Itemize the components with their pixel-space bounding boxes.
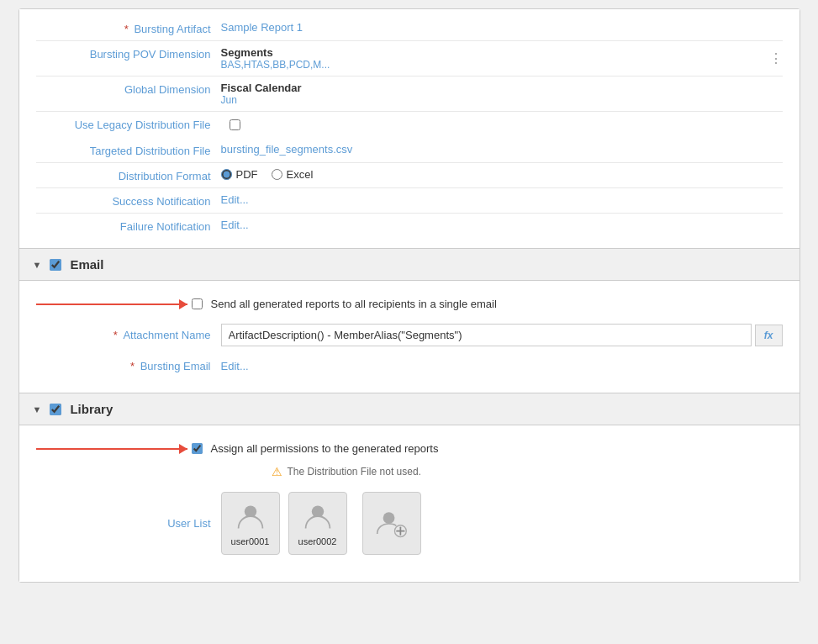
bursting-required-star: *: [130, 360, 138, 372]
bursting-pov-row: Bursting POV Dimension Segments BAS,HTAS…: [36, 41, 783, 77]
bursting-artifact-label: * Bursting Artifact: [36, 21, 221, 35]
user-list-label: User List: [36, 517, 221, 530]
bursting-pov-value: Segments BAS,HTAS,BB,PCD,M...: [221, 46, 763, 71]
bursting-pov-label: Bursting POV Dimension: [36, 46, 221, 61]
bursting-artifact-row: * Bursting Artifact Sample Report 1: [36, 16, 783, 41]
library-section-title: Library: [70, 402, 113, 416]
attachment-required-star: *: [113, 329, 121, 341]
warning-icon: ⚠: [272, 465, 282, 478]
attachment-name-input[interactable]: [221, 324, 752, 346]
bursting-email-link[interactable]: Edit...: [221, 360, 249, 372]
warning-row: ⚠ The Distribution File not used.: [36, 462, 783, 482]
library-section-header[interactable]: ▼ Library: [19, 393, 800, 425]
assign-permissions-checkbox[interactable]: [192, 443, 203, 454]
add-user-icon: [376, 508, 408, 540]
distribution-format-label: Distribution Format: [36, 168, 221, 182]
failure-notification-link[interactable]: Edit...: [221, 219, 249, 231]
distribution-format-value: PDF Excel: [221, 168, 783, 181]
library-collapse-icon: ▼: [33, 404, 42, 414]
failure-notification-row: Failure Notification Edit...: [36, 214, 783, 238]
bursting-email-label: * Bursting Email: [36, 360, 221, 372]
bursting-artifact-link[interactable]: Sample Report 1: [221, 21, 303, 34]
success-notification-value: Edit...: [221, 193, 783, 206]
success-notification-row: Success Notification Edit...: [36, 188, 783, 214]
user-avatars: user0001 user0002: [221, 492, 421, 555]
email-section-content: Send all generated reports to all recipi…: [19, 281, 800, 393]
user-list-row: User List user0001 user0002: [36, 482, 783, 565]
assign-inner: Assign all permissions to the generated …: [192, 442, 439, 455]
failure-notification-value: Edit...: [221, 219, 783, 231]
attachment-name-label: * Attachment Name: [36, 329, 221, 341]
use-legacy-label: Use Legacy Distribution File: [36, 119, 221, 131]
email-collapse-icon: ▼: [33, 260, 42, 270]
add-user-button[interactable]: [362, 492, 421, 555]
global-dimension-row: Global Dimension Fiscal Calendar Jun: [36, 77, 783, 112]
required-star: *: [124, 23, 129, 35]
form-section: * Bursting Artifact Sample Report 1 Burs…: [19, 9, 800, 248]
excel-option[interactable]: Excel: [272, 168, 314, 181]
library-red-arrow-line: [36, 448, 187, 450]
assign-text: Assign all permissions to the generated …: [211, 442, 439, 455]
library-section-checkbox[interactable]: [50, 404, 61, 415]
main-container: * Bursting Artifact Sample Report 1 Burs…: [18, 8, 800, 583]
assign-permissions-row: Assign all permissions to the generated …: [36, 435, 783, 462]
distribution-format-row: Distribution Format PDF Excel: [36, 163, 783, 188]
user-name-1: user0001: [231, 536, 270, 546]
single-email-text: Send all generated reports to all recipi…: [211, 298, 497, 310]
email-section-header[interactable]: ▼ Email: [19, 248, 800, 281]
pdf-option[interactable]: PDF: [221, 168, 258, 181]
bursting-artifact-value: Sample Report 1: [221, 21, 783, 34]
bursting-email-row: * Bursting Email Edit...: [36, 353, 783, 379]
red-arrow-line: [36, 304, 187, 305]
failure-notification-label: Failure Notification: [36, 219, 221, 233]
email-section-checkbox[interactable]: [50, 259, 61, 271]
global-dimension-label: Global Dimension: [36, 82, 221, 96]
user-name-2: user0002: [298, 536, 337, 546]
targeted-distribution-row: Targeted Distribution File bursting_file…: [36, 138, 783, 163]
email-section-title: Email: [70, 257, 103, 272]
targeted-distribution-value: bursting_file_segments.csv: [221, 143, 783, 156]
dots-menu-icon[interactable]: ⋮: [763, 50, 783, 66]
targeted-distribution-label: Targeted Distribution File: [36, 143, 221, 157]
fx-button[interactable]: fx: [755, 325, 783, 346]
library-section-content: Assign all permissions to the generated …: [19, 425, 800, 582]
library-arrow-head: [179, 444, 187, 454]
arrow-container: [36, 304, 187, 305]
warning-text: The Distribution File not used.: [288, 466, 421, 478]
single-email-row: Send all generated reports to all recipi…: [36, 291, 783, 317]
targeted-distribution-link[interactable]: bursting_file_segments.csv: [221, 143, 353, 156]
user-avatar-2[interactable]: user0002: [288, 492, 347, 555]
success-notification-label: Success Notification: [36, 193, 221, 208]
user-avatar-icon-1: [235, 501, 266, 531]
library-arrow-container: [36, 448, 187, 450]
use-legacy-checkbox[interactable]: [230, 119, 240, 130]
single-email-inner: Send all generated reports to all recipi…: [192, 298, 497, 310]
arrow-head: [179, 299, 187, 309]
success-notification-link[interactable]: Edit...: [221, 193, 249, 206]
svg-point-2: [383, 512, 394, 524]
user-avatar-1[interactable]: user0001: [221, 492, 280, 555]
pdf-radio[interactable]: [221, 169, 232, 180]
single-email-checkbox[interactable]: [192, 298, 203, 309]
user-avatar-icon-2: [303, 501, 333, 531]
use-legacy-row: Use Legacy Distribution File: [36, 112, 783, 138]
excel-radio[interactable]: [272, 169, 282, 180]
radio-group: PDF Excel: [221, 168, 783, 181]
attachment-name-row: * Attachment Name fx: [36, 317, 783, 353]
global-dimension-value: Fiscal Calendar Jun: [221, 82, 783, 106]
